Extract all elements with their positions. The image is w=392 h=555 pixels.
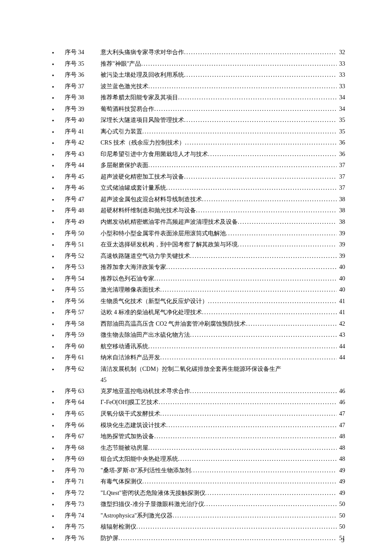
toc-entry: 序号 36被污染土壤处理及回收利用系统33 <box>47 69 345 81</box>
toc-page: 40 <box>337 262 345 273</box>
bullet-icon <box>47 521 65 533</box>
toc-dots <box>196 205 337 216</box>
toc-wrap-indent <box>47 375 101 386</box>
toc-page: 46 <box>337 397 345 408</box>
toc-dots <box>184 69 337 81</box>
toc-dots <box>160 352 337 363</box>
page-number: 3 <box>341 537 344 544</box>
toc-entry: 序号 35推荐"神眼"产品33 <box>47 58 345 70</box>
toc-page: 39 <box>337 251 345 262</box>
bullet-icon <box>47 262 65 273</box>
toc-title: 小型和特小型金属零件表面涂层用滚筒式电解池 <box>101 228 226 239</box>
toc-title: 核辐射检测仪 <box>101 521 136 532</box>
bullet-icon <box>47 442 65 454</box>
bullet-icon <box>47 431 65 442</box>
bullet-icon <box>47 533 65 544</box>
toc-entry: 序号 49内燃发动机精密燃油零件高频超声波清理技术及设备38 <box>47 217 345 228</box>
toc-dots <box>142 476 337 487</box>
toc-page: 36 <box>337 137 345 148</box>
toc-dots <box>142 126 337 137</box>
toc-dots <box>178 92 337 103</box>
bullet-icon <box>47 352 65 364</box>
toc-entry: 序号 65厌氧分级干式发酵技术47 <box>47 408 345 420</box>
toc-entry: 序号 44多层耐磨保护表面37 <box>47 160 345 171</box>
bullet-icon <box>47 330 65 341</box>
toc-entry: 序号 43印尼希望引进中方食用菌栽培人才与技术36 <box>47 149 345 160</box>
toc-page: 37 <box>337 182 345 194</box>
toc-entry: 序号 56生物质气化技术（新型气化反应炉设计）41 <box>47 296 345 307</box>
toc-entry: 序号 61纳米自洁涂料产品开发44 <box>47 352 345 364</box>
toc-sequence: 序号 68 <box>65 442 101 454</box>
toc-title: 内燃发动机精密燃油零件高频超声波清理技术及设备 <box>101 217 238 228</box>
toc-entry: 序号 40深埋长大隧道项目风险管理技术35 <box>47 115 345 126</box>
bullet-icon <box>47 239 65 251</box>
toc-sequence: 序号 52 <box>65 251 101 262</box>
toc-entry: 序号 58西部油田高温高压含 CO2 气井油套管冲刷腐蚀预防技术 42 <box>47 318 345 330</box>
toc-entry: 序号 73微型扫描仪-准分子显微眼科激光治疗仪 50 <box>47 499 345 510</box>
toc-title: 推荐"神眼"产品 <box>101 58 141 69</box>
bullet-icon <box>47 476 65 488</box>
toc-title: 地热探管式加热设备 <box>101 431 154 442</box>
bullet-icon <box>47 58 65 70</box>
toc-page: 36 <box>337 149 345 160</box>
toc-entry: 序号 68生态节能被动房屋48 <box>47 442 345 454</box>
toc-sequence: 序号 44 <box>65 160 101 171</box>
toc-title: 多层耐磨保护表面 <box>101 160 148 171</box>
toc-dots <box>166 262 337 273</box>
toc-dots <box>208 296 337 307</box>
bullet-icon <box>47 284 65 296</box>
toc-dots <box>191 465 337 476</box>
toc-sequence: 序号 54 <box>65 273 101 284</box>
toc-sequence: 序号 57 <box>65 307 101 318</box>
bullet-icon <box>47 182 65 194</box>
toc-title: 被污染土壤处理及回收利用系统 <box>101 69 184 81</box>
bullet-icon <box>47 296 65 307</box>
toc-sequence: 序号 76 <box>65 533 101 544</box>
toc-title: 组合式太阳能中央热处理系统 <box>101 454 178 465</box>
toc-page: 50 <box>337 521 345 532</box>
toc-sequence: 序号 70 <box>65 465 101 476</box>
toc-entry: 序号 62清洁发展机制（CDM）控制二氧化碳排放全套再生能源环保设备生产 <box>47 364 345 375</box>
toc-dots <box>204 499 337 510</box>
toc-sequence: 序号 37 <box>65 81 101 92</box>
toc-sequence: 序号 73 <box>65 499 101 510</box>
toc-sequence: 序号 39 <box>65 104 101 115</box>
toc-sequence: 序号 69 <box>65 454 101 465</box>
bullet-icon <box>47 104 65 115</box>
toc-dots <box>184 47 337 58</box>
toc-page: 37 <box>337 171 345 182</box>
toc-dots <box>118 533 337 544</box>
toc-sequence: 序号 64 <box>65 397 101 408</box>
toc-page: 33 <box>337 58 345 69</box>
toc-page: 35 <box>337 126 345 137</box>
toc-entry: 序号 60航空移动通讯系统44 <box>47 341 345 353</box>
toc-dots <box>154 273 337 284</box>
toc-title: 推荐加拿大海洋政策专家 <box>101 262 166 273</box>
toc-entry: 序号 42CRS 技术（残余应力控制技术）36 <box>47 137 345 149</box>
bullet-icon <box>47 160 65 171</box>
toc-title: 西部油田高温高压含 CO2 气井油套管冲刷腐蚀预防技术 <box>101 318 246 330</box>
toc-title: 达欧 4 标准的柴油机尾气净化处理技术 <box>101 307 202 318</box>
toc-title: 激光清理雕像表面技术 <box>101 284 160 295</box>
toc-dots <box>148 81 337 92</box>
bullet-icon <box>47 47 65 58</box>
toc-title: 在亚太选择研发机构，到中国考察了解其政策与环境 <box>101 239 238 250</box>
bullet-icon <box>47 307 65 318</box>
toc-entry: 序号 47超声波金属包皮混合材料导线制造技术38 <box>47 194 345 205</box>
toc-entry: 序号 52高速铁路隧道空气动力学关键技术39 <box>47 251 345 262</box>
bullet-icon <box>47 510 65 522</box>
toc-dots <box>226 228 337 239</box>
toc-dots <box>148 341 337 352</box>
toc-dots <box>184 115 337 126</box>
toc-entry: 序号 75核辐射检测仪50 <box>47 521 345 533</box>
toc-entry: 序号 51在亚太选择研发机构，到中国考察了解其政策与环境39 <box>47 239 345 251</box>
toc-page: 50 <box>337 499 345 510</box>
toc-sequence: 序号 36 <box>65 69 101 81</box>
toc-dots <box>148 160 337 171</box>
toc-dots <box>154 104 337 115</box>
toc-dots <box>136 521 337 532</box>
toc-title: 推荐以色列石油专家 <box>101 273 154 284</box>
toc-page: 34 <box>337 92 345 103</box>
toc-title: 模块化生态建筑设计技术 <box>101 420 166 431</box>
toc-entry: 序号 57达欧 4 标准的柴油机尾气净化处理技术41 <box>47 307 345 318</box>
